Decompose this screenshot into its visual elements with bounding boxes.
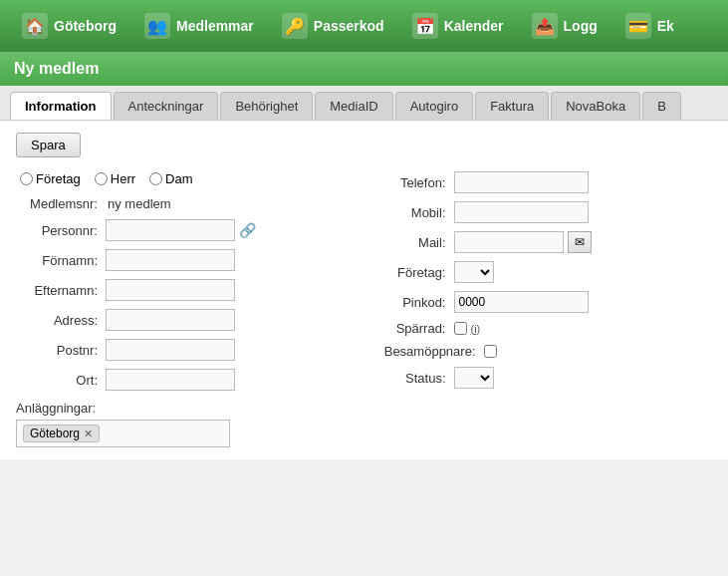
key-icon: 🔑	[282, 13, 308, 39]
value-medlemsnr: ny medlem	[106, 196, 171, 211]
nav-medlemmar-label: Medlemmar	[176, 18, 254, 34]
label-mail: Mail:	[374, 235, 454, 250]
label-pinkod: Pinkod:	[374, 295, 454, 310]
label-fornamn: Förnamn:	[16, 253, 106, 268]
mail-send-button[interactable]: ✉	[568, 231, 592, 253]
anlagg-tag-goteborg-label: Göteborg	[30, 427, 80, 440]
nav-kalender-label: Kalender	[444, 18, 504, 34]
tab-anteckningar[interactable]: Anteckningar	[114, 92, 219, 120]
postnr-input[interactable]	[106, 339, 235, 361]
field-row-ort: Ort:	[16, 369, 355, 391]
label-telefon: Telefon:	[374, 175, 454, 190]
nav-passerkod[interactable]: 🔑 Passerkod	[268, 0, 398, 52]
nav-ekonomi-label: Ek	[657, 18, 674, 34]
label-adress: Adress:	[16, 313, 106, 328]
field-row-pinkod: Pinkod:	[374, 291, 713, 313]
label-foretag-select: Företag:	[374, 265, 454, 280]
form-area: Spara Företag Herr Dam	[0, 121, 728, 459]
anlagg-tag-goteborg-remove[interactable]: ✕	[84, 428, 93, 440]
adress-input[interactable]	[106, 309, 235, 331]
save-button[interactable]: Spara	[16, 133, 81, 157]
nav-logg-label: Logg	[564, 18, 598, 34]
anlaggningar-box[interactable]: Göteborg ✕	[16, 420, 230, 447]
radio-foretag-label[interactable]: Företag	[20, 171, 81, 186]
field-row-mail: Mail: ✉	[374, 231, 713, 253]
field-row-efternamn: Efternamn:	[16, 279, 355, 301]
radio-dam[interactable]	[149, 172, 162, 185]
status-select[interactable]	[454, 367, 494, 389]
field-row-sparrad: Spärrad: (i)	[374, 321, 713, 336]
mobil-input[interactable]	[454, 201, 589, 223]
nav-passerkod-label: Passerkod	[314, 18, 384, 34]
label-postnr: Postnr:	[16, 343, 106, 358]
radio-dam-label[interactable]: Dam	[149, 171, 192, 186]
field-row-besamoppnare: Besamöppnare:	[374, 344, 713, 359]
nav-logg[interactable]: 📤 Logg	[518, 0, 611, 52]
sparrad-checkbox[interactable]	[454, 322, 467, 335]
tab-behorighet[interactable]: Behörighet	[220, 92, 313, 120]
label-sparrad: Spärrad:	[374, 321, 454, 336]
label-efternamn: Efternamn:	[16, 283, 106, 298]
pinkod-input[interactable]	[454, 291, 589, 313]
members-icon: 👥	[144, 13, 170, 39]
nav-ekonomi[interactable]: 💳 Ek	[611, 0, 688, 52]
radio-herr-label[interactable]: Herr	[95, 171, 135, 186]
link-icon[interactable]: 🔗	[239, 222, 256, 238]
tab-b[interactable]: B	[642, 92, 681, 120]
label-besamoppnare: Besamöppnare:	[374, 344, 484, 359]
page-title-bar: Ny medlem	[0, 52, 728, 86]
tab-mediaid[interactable]: MediaID	[315, 92, 392, 120]
log-icon: 📤	[532, 13, 558, 39]
navbar: 🏠 Göteborg 👥 Medlemmar 🔑 Passerkod 📅 Kal…	[0, 0, 728, 52]
form-columns: Företag Herr Dam Medlemsnr: ny medlem	[16, 171, 712, 447]
nav-kalender[interactable]: 📅 Kalender	[398, 0, 518, 52]
mail-row: ✉	[454, 231, 592, 253]
page-title: Ny medlem	[14, 60, 99, 77]
ort-input[interactable]	[106, 369, 235, 391]
tab-faktura[interactable]: Faktura	[475, 92, 549, 120]
field-row-telefon: Telefon:	[374, 171, 713, 193]
field-row-foretag-select: Företag:	[374, 261, 713, 283]
radio-herr[interactable]	[95, 172, 108, 185]
efternamn-input[interactable]	[106, 279, 235, 301]
anlaggningar-section: Anläggningar: Göteborg ✕	[16, 401, 355, 447]
label-status: Status:	[374, 371, 454, 386]
calendar-icon: 📅	[412, 13, 438, 39]
field-row-adress: Adress:	[16, 309, 355, 331]
nav-medlemmar[interactable]: 👥 Medlemmar	[130, 0, 268, 52]
nav-goteborg[interactable]: 🏠 Göteborg	[8, 0, 130, 52]
anlaggningar-label: Anläggningar:	[16, 401, 355, 416]
telefon-input[interactable]	[454, 171, 589, 193]
home-icon: 🏠	[22, 13, 48, 39]
nav-goteborg-label: Göteborg	[54, 18, 117, 34]
gender-radio-group: Företag Herr Dam	[16, 171, 355, 186]
field-row-mobil: Mobil:	[374, 201, 713, 223]
tab-bar: Information Anteckningar Behörighet Medi…	[0, 86, 728, 121]
content-area: Information Anteckningar Behörighet Medi…	[0, 86, 728, 459]
form-right: Telefon: Mobil: Mail: ✉	[374, 171, 713, 447]
foretag-select[interactable]	[454, 261, 494, 283]
radio-foretag[interactable]	[20, 172, 33, 185]
tab-autogiro[interactable]: Autogiro	[395, 92, 473, 120]
field-row-personnr: Personnr: 🔗	[16, 219, 355, 241]
fornamn-input[interactable]	[106, 249, 235, 271]
anlagg-tag-goteborg: Göteborg ✕	[23, 425, 100, 442]
tab-novaboka[interactable]: NovaBoka	[551, 92, 640, 120]
form-left: Företag Herr Dam Medlemsnr: ny medlem	[16, 171, 355, 447]
personnr-input[interactable]	[106, 219, 235, 241]
info-link[interactable]: (i)	[471, 323, 481, 335]
label-mobil: Mobil:	[374, 205, 454, 220]
field-row-status: Status:	[374, 367, 713, 389]
field-row-postnr: Postnr:	[16, 339, 355, 361]
mail-input[interactable]	[454, 231, 564, 253]
label-personnr: Personnr:	[16, 223, 106, 238]
tab-information[interactable]: Information	[10, 92, 112, 121]
wallet-icon: 💳	[625, 13, 651, 39]
label-medlemsnr: Medlemsnr:	[16, 196, 106, 211]
field-row-fornamn: Förnamn:	[16, 249, 355, 271]
besamoppnare-checkbox[interactable]	[484, 345, 497, 358]
label-ort: Ort:	[16, 373, 106, 388]
field-row-medlemsnr: Medlemsnr: ny medlem	[16, 196, 355, 211]
